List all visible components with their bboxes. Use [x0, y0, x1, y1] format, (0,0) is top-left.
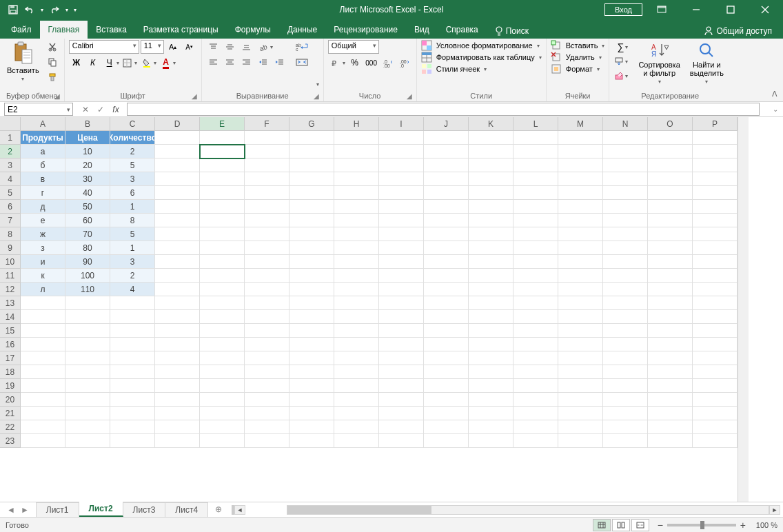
cell[interactable]	[200, 158, 245, 172]
row-header[interactable]: 18	[0, 365, 21, 379]
cell[interactable]	[513, 420, 558, 434]
number-format-combo[interactable]: Общий	[328, 40, 379, 54]
tab-справка[interactable]: Справка	[438, 21, 487, 39]
cell[interactable]	[379, 393, 424, 407]
cell[interactable]	[155, 324, 200, 338]
vertical-scrollbar[interactable]	[738, 117, 749, 502]
row-header[interactable]: 5	[0, 186, 21, 200]
cell[interactable]	[469, 434, 513, 448]
zoom-in-button[interactable]: +	[740, 520, 746, 531]
cell[interactable]	[245, 393, 289, 407]
cell[interactable]	[603, 186, 648, 200]
cell[interactable]	[693, 214, 738, 227]
cell[interactable]	[334, 158, 379, 172]
zoom-out-button[interactable]: −	[658, 520, 663, 531]
cell[interactable]	[693, 255, 738, 269]
row-header[interactable]: 17	[0, 351, 21, 365]
cell[interactable]	[424, 269, 469, 283]
cell[interactable]	[513, 296, 558, 310]
sheet-nav-prev-icon[interactable]: ◄	[7, 505, 15, 515]
cell[interactable]	[469, 145, 513, 158]
formula-input[interactable]	[127, 103, 760, 116]
cell[interactable]: д	[21, 200, 65, 214]
tab-вставка[interactable]: Вставка	[88, 21, 135, 39]
font-dialog-launcher-icon[interactable]: ◢	[192, 92, 197, 100]
sheet-tab[interactable]: Лист3	[123, 502, 166, 517]
increase-decimal-icon[interactable]: ,0,00	[380, 56, 396, 70]
cell[interactable]	[513, 269, 558, 283]
cell[interactable]	[469, 338, 513, 351]
cell[interactable]	[693, 283, 738, 296]
cell[interactable]	[513, 158, 558, 172]
col-header[interactable]: B	[65, 117, 110, 131]
cell[interactable]	[289, 434, 334, 448]
view-normal-icon[interactable]	[593, 519, 611, 531]
decrease-indent-icon[interactable]	[256, 55, 271, 69]
tell-me-search[interactable]: Поиск	[487, 26, 529, 39]
cell[interactable]	[648, 379, 693, 393]
cell[interactable]	[110, 434, 155, 448]
cell[interactable]	[513, 365, 558, 379]
col-header[interactable]: M	[558, 117, 603, 131]
borders-icon[interactable]	[120, 56, 135, 70]
cell[interactable]	[200, 200, 245, 214]
cell[interactable]	[200, 131, 245, 145]
cell[interactable]	[424, 283, 469, 296]
col-header[interactable]: D	[155, 117, 200, 131]
align-left-icon[interactable]	[206, 55, 221, 69]
format-as-table-button[interactable]: Форматировать как таблицу ▾	[421, 52, 542, 63]
cell[interactable]	[334, 407, 379, 420]
cell[interactable]	[379, 379, 424, 393]
share-button[interactable]: Общий доступ	[704, 26, 772, 36]
cell[interactable]	[200, 145, 245, 158]
cell[interactable]	[155, 131, 200, 145]
cell[interactable]	[334, 186, 379, 200]
cell[interactable]	[110, 420, 155, 434]
cell[interactable]	[424, 351, 469, 365]
cell[interactable]	[648, 434, 693, 448]
align-right-icon[interactable]	[239, 55, 254, 69]
cell[interactable]	[200, 407, 245, 420]
cell[interactable]	[379, 365, 424, 379]
cell[interactable]	[245, 365, 289, 379]
find-select-button[interactable]: Найти и выделить ▾	[687, 40, 726, 86]
cell[interactable]	[558, 241, 603, 255]
cell[interactable]	[424, 310, 469, 324]
cell[interactable]: 2	[110, 269, 155, 283]
cell[interactable]	[603, 365, 648, 379]
ribbon-display-options-icon[interactable]	[647, 0, 677, 19]
cell[interactable]	[289, 393, 334, 407]
minimize-icon[interactable]	[681, 0, 711, 19]
cell[interactable]	[334, 393, 379, 407]
cell[interactable]	[289, 324, 334, 338]
cell[interactable]: ж	[21, 227, 65, 241]
cell[interactable]	[200, 172, 245, 186]
cell[interactable]: 10	[65, 145, 110, 158]
cell[interactable]	[469, 269, 513, 283]
fill-icon[interactable]: ▾	[613, 54, 629, 68]
cell[interactable]	[603, 172, 648, 186]
cell[interactable]	[558, 338, 603, 351]
cell[interactable]	[155, 283, 200, 296]
cell[interactable]: з	[21, 241, 65, 255]
cell[interactable]	[245, 186, 289, 200]
cell[interactable]	[469, 131, 513, 145]
cell[interactable]	[200, 338, 245, 351]
cell[interactable]	[603, 158, 648, 172]
cell[interactable]: л	[21, 283, 65, 296]
cell[interactable]	[424, 172, 469, 186]
cell[interactable]: 1	[110, 241, 155, 255]
increase-font-icon[interactable]: A▴	[165, 40, 181, 54]
col-header[interactable]: G	[289, 117, 334, 131]
cell[interactable]	[603, 434, 648, 448]
cell[interactable]	[334, 365, 379, 379]
cell[interactable]	[469, 420, 513, 434]
cell[interactable]	[648, 131, 693, 145]
cell[interactable]	[155, 269, 200, 283]
cell[interactable]	[693, 158, 738, 172]
cell[interactable]: 40	[65, 186, 110, 200]
row-header[interactable]: 9	[0, 241, 21, 255]
cell[interactable]	[110, 407, 155, 420]
cell[interactable]	[558, 379, 603, 393]
cell[interactable]	[558, 255, 603, 269]
